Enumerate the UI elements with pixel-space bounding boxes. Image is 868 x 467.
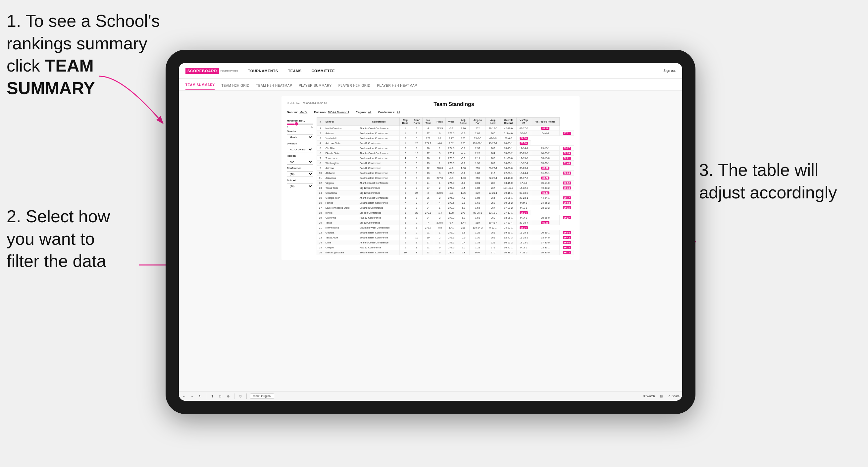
tab-player-h2h-heatmap[interactable]: PLAYER H2H HEATMAP — [377, 84, 417, 90]
table-row[interactable]: 3VanderbiltSoutheastern Conference252716… — [317, 136, 574, 141]
cell-value: 21 — [317, 225, 324, 230]
cell-value: -3.8 — [445, 176, 457, 181]
side-division-select[interactable]: NCAA Division I — [287, 147, 313, 152]
tab-team-h2h-heatmap[interactable]: TEAM H2H HEATMAP — [256, 84, 292, 90]
cell-value: 264 — [486, 151, 500, 156]
slider-max-label: 30 — [311, 126, 313, 128]
cell-value: 1 — [317, 126, 324, 131]
back-icon[interactable]: ← — [182, 394, 187, 399]
cast-icon[interactable]: ⊡ — [659, 394, 664, 399]
cell-value: 29-15-1 — [531, 146, 560, 151]
cell-value: 80.38 — [560, 245, 574, 250]
table-row[interactable]: 16FloridaSoutheastern Conference79244277… — [317, 200, 574, 205]
cell-value: -6.0 — [457, 161, 470, 165]
view-original-button[interactable]: View: Original — [250, 394, 274, 399]
tab-player-h2h-grid[interactable]: PLAYER H2H GRID — [338, 84, 371, 90]
table-row[interactable]: 5Ole MissSoutheastern Conference36181274… — [317, 146, 574, 151]
table-row[interactable]: 12VirginiaAtlantic Coast Conference38241… — [317, 181, 574, 185]
cell-value: 80.54 — [560, 230, 574, 235]
region-filter-value[interactable]: All — [368, 111, 371, 114]
reload-icon[interactable]: ↻ — [197, 394, 203, 399]
sign-out-link[interactable]: Sign out — [663, 69, 676, 72]
table-row[interactable]: 8WashingtonPac-12 Conference28231276.3-6… — [317, 161, 574, 165]
cell-value: 273.6 — [445, 131, 457, 136]
table-row[interactable]: 23Texas A&MSoutheastern Conference910302… — [317, 235, 574, 240]
watch-button[interactable]: 👁 Watch — [643, 395, 655, 398]
division-filter-value[interactable]: NCAA Division I — [328, 111, 349, 114]
side-school-select[interactable]: (All) — [287, 184, 313, 189]
cell-value: -6.0 — [457, 181, 470, 185]
division-filter-label: Division: — [314, 111, 327, 114]
clock-icon[interactable]: ⏱ — [238, 394, 243, 399]
table-row[interactable]: 6Florida StateAtlantic Coast Conference2… — [317, 151, 574, 156]
table-row[interactable]: 13Texas TechBig 12 Conference19272276.0-… — [317, 185, 574, 190]
cell-value: 279.3 — [445, 235, 457, 240]
table-row[interactable]: 1North CarolinaAtlantic Coast Conference… — [317, 126, 574, 131]
cell-value: 24 — [411, 190, 422, 195]
cell-value: 28-25-0 — [531, 215, 560, 220]
table-row[interactable]: 26Mississippi StateSoutheastern Conferen… — [317, 250, 574, 255]
cell-value: 23 — [317, 235, 324, 240]
side-conference-select[interactable]: (All) — [287, 171, 313, 177]
cell-value: 2 — [422, 190, 434, 195]
conference-filter-value[interactable]: All — [397, 111, 400, 114]
cell-conference: Southeastern Conference — [358, 131, 399, 136]
side-gender-select[interactable]: Men's — [287, 134, 313, 140]
cell-value: -0.4 — [457, 240, 470, 245]
cell-value: 271 — [422, 136, 434, 141]
cell-value: 24-25-2 — [531, 200, 560, 205]
nav-tournaments[interactable]: TOURNAMENTS — [248, 69, 278, 73]
cell-value: 278.7 — [422, 225, 434, 230]
cell-value: -5.1 — [457, 205, 470, 210]
table-row[interactable]: 19CaliforniaPac-12 Conference48242278.2-… — [317, 215, 574, 220]
cell-value: 18 — [317, 210, 324, 215]
cell-school: Virginia — [324, 181, 358, 185]
cell-school: Arkansas — [324, 176, 358, 181]
table-row[interactable]: 9ArizonaPac-12 Conference3822278.3-4.61.… — [317, 165, 574, 170]
table-row[interactable]: 14OklahomaBig 12 Conference2242278.5-3.1… — [317, 190, 574, 195]
cell-value: 82.39 — [560, 151, 574, 156]
table-row[interactable]: 24DukeAtlantic Coast Conference59271279.… — [317, 240, 574, 245]
tab-team-summary[interactable]: TEAM SUMMARY — [185, 83, 215, 90]
tab-player-summary[interactable]: PLAYER SUMMARY — [299, 84, 332, 90]
table-row[interactable]: 25OregonPac-12 Conference59210279.5-3.11… — [317, 245, 574, 250]
table-row[interactable]: 4Arizona StatePac-12 Conference126274.2-… — [317, 141, 574, 146]
bookmark-icon[interactable]: □ — [218, 394, 223, 399]
table-row[interactable]: 20TexasBig 12 Conference377278.50.71.442… — [317, 220, 574, 225]
table-row[interactable]: 10AlabamaSoutheastern Conference58233276… — [317, 170, 574, 176]
cell-value: 9-19-1 — [517, 245, 531, 250]
share-icon[interactable]: ⬆ — [210, 394, 215, 399]
cell-value: 7 — [422, 220, 434, 225]
cell-value: 278.5 — [434, 220, 445, 225]
table-row[interactable]: 18IllinoisBig Ten Conference123279.1-1.4… — [317, 210, 574, 215]
table-row[interactable]: 7TennesseeSoutheastern Conference4818227… — [317, 156, 574, 161]
cell-conference: Southern Conference — [358, 205, 399, 210]
table-row[interactable]: 21New MexicoMountain West Conference1827… — [317, 225, 574, 230]
table-row[interactable]: 11ArkansasSoutheastern Conference6823277… — [317, 176, 574, 181]
cell-value: -2.0 — [457, 235, 470, 240]
col-rank: # — [317, 118, 324, 126]
side-region-select[interactable]: N/A — [287, 159, 313, 165]
cell-value: 80.42 — [560, 235, 574, 240]
cell-value: 8 — [411, 165, 422, 170]
toolbar-separator-1 — [206, 394, 206, 399]
cell-value: 24 — [422, 205, 434, 210]
share-button[interactable]: ↗ Share — [668, 395, 680, 398]
nav-bar: SCOREBOARD Powered by clipp TOURNAMENTS … — [179, 63, 682, 79]
tab-team-h2h-grid[interactable]: TEAM H2H GRID — [221, 84, 249, 90]
nav-committee[interactable]: COMMITTEE — [312, 69, 335, 73]
cell-school: Florida — [324, 200, 358, 205]
cell-conference: Southeastern Conference — [358, 146, 399, 151]
table-row[interactable]: 15Georgia TechAtlantic Coast Conference4… — [317, 195, 574, 200]
cell-value: 260 — [486, 131, 500, 136]
table-row[interactable]: 17East Tennessee StateSouthern Conferenc… — [317, 205, 574, 210]
add-tab-icon[interactable]: ⊕ — [225, 394, 231, 399]
forward-icon[interactable]: → — [189, 394, 195, 399]
min-roundtrip-slider[interactable]: 4 30 — [287, 124, 313, 128]
cell-value: 9 — [411, 200, 422, 205]
nav-teams[interactable]: TEAMS — [288, 69, 302, 73]
gender-filter-value[interactable]: Men's — [300, 111, 308, 114]
side-gender-label: Gender — [287, 130, 313, 133]
table-row[interactable]: 22GeorgiaSoutheastern Conference87211279… — [317, 230, 574, 235]
table-row[interactable]: 2AuburnSoutheastern Conference19276273.6… — [317, 131, 574, 136]
